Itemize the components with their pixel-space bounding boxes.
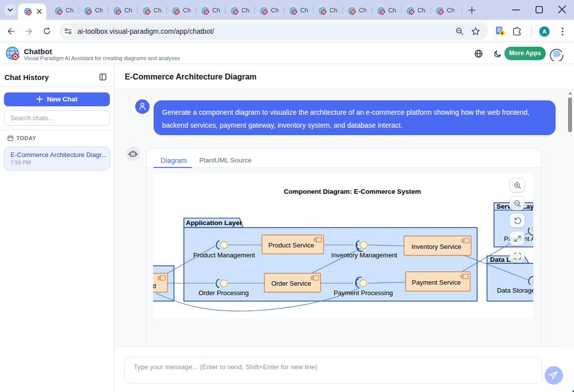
- svg-text:Payment Processing: Payment Processing: [333, 289, 393, 297]
- svg-text:Payment Service: Payment Service: [412, 279, 461, 286]
- svg-text:Product Service: Product Service: [268, 241, 314, 249]
- svg-text:Component Diagram: E-Commerce: Component Diagram: E-Commerce System: [284, 188, 421, 195]
- svg-text:Application Layer: Application Layer: [186, 219, 243, 227]
- svg-text:Inventory Service: Inventory Service: [411, 243, 461, 250]
- svg-text:Order Service: Order Service: [271, 280, 311, 287]
- svg-text:Data Storage: Data Storage: [497, 287, 533, 294]
- svg-text:Product Management: Product Management: [193, 251, 255, 259]
- svg-text:Order Processing: Order Processing: [198, 289, 248, 297]
- svg-text:Web Frontend: Web Frontend: [153, 282, 156, 290]
- svg-text:Inventory Management: Inventory Management: [331, 251, 398, 259]
